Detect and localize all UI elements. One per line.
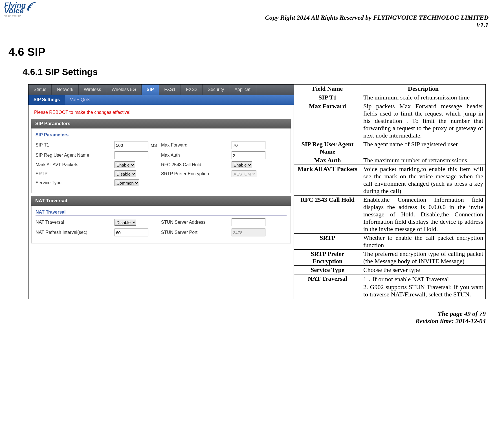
- desc-field-name: Max Forward: [294, 102, 361, 140]
- description-table: Field Name Description SIP T1The minimum…: [294, 84, 486, 299]
- version-text: V1.1: [8, 21, 489, 29]
- input-srtp-prefer-encryption: AES_CM: [232, 170, 256, 177]
- section-body-nat: NAT Traversal NAT TraversalDisableSTUN S…: [31, 206, 291, 243]
- logo-text-bottom: Voice: [4, 7, 26, 14]
- input-service-type[interactable]: Common: [115, 179, 139, 186]
- screenshot-panel: StatusNetworkWirelessWireless 5GSIPFXS1F…: [28, 84, 294, 299]
- input-stun-server-port: [232, 229, 265, 236]
- form-row: SIP Reg User Agent NameMax Auth: [36, 151, 287, 159]
- tab-applicati[interactable]: Applicati: [229, 85, 257, 95]
- tab-fxs2[interactable]: FXS2: [181, 85, 203, 95]
- sub-tabbar: SIP SettingsVoIP QoS: [28, 95, 294, 105]
- table-row: Service TypeChoose the server type: [294, 266, 486, 274]
- tab-network[interactable]: Network: [52, 85, 79, 95]
- desc-field-desc: The preferred encryption type of calling…: [361, 250, 486, 266]
- input-srtp[interactable]: Disable: [115, 170, 136, 177]
- subtab-sip-settings[interactable]: SIP Settings: [28, 95, 65, 105]
- desc-field-name: NAT Traversal: [294, 274, 361, 299]
- table-row: SRTPWhether to enable the call packet en…: [294, 234, 486, 250]
- form-row: SIP T1MSMax Forward: [36, 141, 287, 149]
- table-row: Max AuthThe maximum number of retransmis…: [294, 156, 486, 165]
- copyright-text: Copy Right 2014 All Rights Reserved by F…: [8, 14, 489, 21]
- desc-field-desc: Sip packets Max Forward message header f…: [361, 102, 486, 140]
- footer: The page 49 of 79 Revision time: 2014-12…: [8, 310, 486, 325]
- tab-sip[interactable]: SIP: [142, 85, 159, 95]
- section-header-sip: SIP Parameters: [31, 119, 291, 128]
- form-label: Service Type: [36, 180, 115, 185]
- desc-field-name: Mark All AVT Packets: [294, 165, 361, 196]
- desc-field-desc: The agent name of SIP registered user: [361, 140, 486, 156]
- form-row: NAT TraversalDisableSTUN Server Address: [36, 218, 287, 226]
- section-body-sip: SIP Parameters SIP T1MSMax ForwardSIP Re…: [31, 128, 291, 193]
- heading-1: 4.6 SIP: [8, 46, 489, 58]
- form-suffix: MS: [151, 143, 157, 148]
- form-label: STUN Server Address: [161, 220, 232, 225]
- form-label: SIP Reg User Agent Name: [36, 153, 115, 158]
- form-label: NAT Traversal: [36, 220, 115, 225]
- table-row: NAT Traversal1．If or not enable NAT Trav…: [294, 274, 486, 299]
- section-header-nat: NAT Traversal: [31, 196, 291, 206]
- table-row: SRTP Prefer EncryptionThe preferred encr…: [294, 250, 486, 266]
- table-row: SIP Reg User Agent NameThe agent name of…: [294, 140, 486, 156]
- form-label: SIP T1: [36, 143, 115, 148]
- logo: Flying Voice Voice over IP: [4, 1, 38, 17]
- table-row: RFC 2543 Call HoldEnable,the Connection …: [294, 196, 486, 234]
- form-row: Mark All AVT PacketsEnableRFC 2543 Call …: [36, 161, 287, 168]
- input-mark-all-avt-packets[interactable]: Enable: [115, 161, 135, 168]
- tab-fxs1[interactable]: FXS1: [159, 85, 181, 95]
- desc-field-desc: Enable,the Connection Information field …: [361, 196, 486, 234]
- desc-field-desc: 1．If or not enable NAT Traversal2. G902 …: [361, 274, 486, 299]
- description-column: Field Name Description SIP T1The minimum…: [294, 84, 486, 299]
- input-stun-server-address[interactable]: [232, 218, 265, 226]
- input-nat-traversal[interactable]: Disable: [115, 219, 136, 226]
- form-label: SRTP: [36, 171, 115, 176]
- legend-nat: NAT Traversal: [36, 210, 287, 216]
- footer-revision: Revision time: 2014-12-04: [8, 318, 486, 325]
- input-rfc-2543-call-hold[interactable]: Enable: [232, 161, 252, 168]
- table-row: Max ForwardSip packets Max Forward messa…: [294, 102, 486, 140]
- desc-field-desc: The maximum number of retransmissions: [361, 156, 486, 165]
- desc-th-desc: Description: [361, 85, 486, 93]
- form-label: STUN Server Port: [161, 230, 232, 235]
- desc-field-desc: Whether to enable the call packet encryp…: [361, 234, 486, 250]
- header-copyright-block: Copy Right 2014 All Rights Reserved by F…: [8, 14, 489, 29]
- subtab-voip-qos[interactable]: VoIP QoS: [65, 95, 95, 105]
- tab-wireless[interactable]: Wireless: [79, 85, 106, 95]
- desc-th-field: Field Name: [294, 85, 361, 93]
- form-label: SRTP Prefer Encryption: [161, 171, 232, 176]
- desc-field-desc: Voice packet marking,to enable this item…: [361, 165, 486, 196]
- desc-field-name: SRTP: [294, 234, 361, 250]
- form-label: NAT Refresh Interval(sec): [36, 230, 115, 235]
- form-label: Max Auth: [161, 153, 232, 158]
- reboot-warning: Please REBOOT to make the changes effect…: [28, 105, 294, 119]
- desc-field-name: SRTP Prefer Encryption: [294, 250, 361, 266]
- form-row: NAT Refresh Interval(sec)STUN Server Por…: [36, 229, 287, 236]
- form-row: Service TypeCommon: [36, 179, 287, 186]
- desc-field-name: SIP T1: [294, 93, 361, 102]
- input-sip-reg-user-agent-name[interactable]: [115, 151, 148, 159]
- table-row: Mark All AVT PacketsVoice packet marking…: [294, 165, 486, 196]
- form-row: SRTPDisableSRTP Prefer EncryptionAES_CM: [36, 170, 287, 177]
- tab-status[interactable]: Status: [28, 85, 52, 95]
- legend-sip: SIP Parameters: [36, 132, 287, 138]
- form-label: Max Forward: [161, 143, 232, 148]
- form-label: Mark All AVT Packets: [36, 162, 115, 167]
- heading-2: 4.6.1 SIP Settings: [23, 67, 489, 77]
- input-sip-t1[interactable]: [115, 141, 148, 149]
- wifi-icon: [27, 1, 37, 12]
- desc-field-name: RFC 2543 Call Hold: [294, 196, 361, 234]
- input-max-auth[interactable]: [232, 151, 265, 159]
- desc-field-name: Service Type: [294, 266, 361, 274]
- tab-security[interactable]: Security: [203, 85, 229, 95]
- table-row: SIP T1The minimum scale of retransmissio…: [294, 93, 486, 102]
- tab-wireless-5g[interactable]: Wireless 5G: [106, 85, 141, 95]
- desc-field-desc: Choose the server type: [361, 266, 486, 274]
- input-nat-refresh-interval-sec-[interactable]: [115, 229, 148, 236]
- input-max-forward[interactable]: [232, 141, 265, 149]
- desc-field-name: SIP Reg User Agent Name: [294, 140, 361, 156]
- form-label: RFC 2543 Call Hold: [161, 162, 232, 167]
- svg-point-0: [27, 9, 29, 11]
- footer-page: The page 49 of 79: [8, 310, 486, 318]
- desc-field-name: Max Auth: [294, 156, 361, 165]
- desc-field-desc: The minimum scale of retransmission time: [361, 93, 486, 102]
